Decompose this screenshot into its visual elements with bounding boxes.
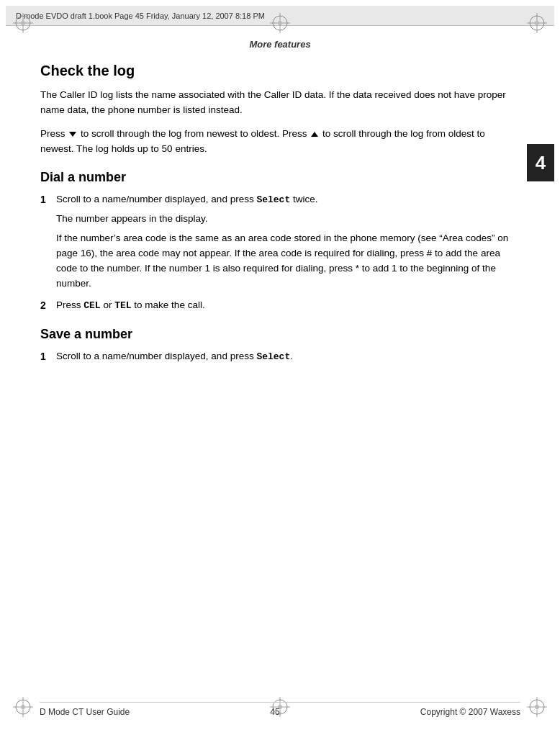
footer: D Mode CT User Guide 45 Copyright © 2007…	[40, 702, 520, 717]
check-log-para2: Press to scroll through the log from new…	[40, 127, 520, 157]
save-number-heading: Save a number	[40, 327, 520, 342]
dial-step-2: 2 Press CEL or TEL to make the call.	[40, 298, 520, 314]
footer-center: 45	[270, 707, 279, 717]
save-step1-text: Scroll to a name/number displayed, and p…	[56, 351, 256, 361]
save-step1-num: 1	[40, 349, 56, 365]
dial-step-1: 1 Scroll to a name/number displayed, and…	[40, 192, 520, 292]
press-label: Press	[40, 128, 66, 139]
dial-step1-text: Scroll to a name/number displayed, and p…	[56, 194, 256, 204]
check-log-heading: Check the log	[40, 63, 520, 79]
save-number-list: 1 Scroll to a name/number displayed, and…	[40, 349, 520, 365]
footer-right: Copyright © 2007 Waxess	[420, 707, 520, 717]
dial-step1-num: 1	[40, 192, 56, 208]
dial-step2-cel: CEL	[83, 300, 100, 311]
section-header: More features	[40, 39, 520, 50]
save-step1-period: .	[290, 351, 293, 361]
check-log-para1: The Caller ID log lists the name associa…	[40, 88, 520, 118]
dial-number-list: 1 Scroll to a name/number displayed, and…	[40, 192, 520, 314]
save-step1-select: Select	[256, 351, 290, 362]
dial-step1-select: Select	[256, 194, 290, 205]
dial-step2-block: Press CEL or TEL to make the call.	[56, 298, 520, 313]
chapter-tab: 4	[527, 144, 554, 181]
dial-step2-suffix: to make the call.	[132, 299, 205, 310]
dial-step1-twice: twice.	[290, 194, 317, 204]
top-bar-text: D mode EVDO draft 1.book Page 45 Friday,…	[16, 12, 265, 20]
dial-step1-block: Scroll to a name/number displayed, and p…	[56, 192, 520, 292]
arrow-down-icon	[69, 132, 76, 137]
check-log-para2-suffix: to scroll through the log from newest to…	[81, 128, 307, 139]
arrow-up-icon	[311, 132, 318, 137]
save-step-1: 1 Scroll to a name/number displayed, and…	[40, 349, 520, 365]
main-content: More features Check the log The Caller I…	[6, 26, 554, 724]
dial-step1-sub2: If the number’s area code is the same as…	[56, 231, 520, 292]
dial-step2-num: 2	[40, 298, 56, 314]
save-step1-block: Scroll to a name/number displayed, and p…	[56, 349, 520, 364]
dial-step2-or: or	[101, 299, 115, 310]
dial-number-heading: Dial a number	[40, 170, 520, 185]
dial-step2-tel: TEL	[114, 300, 131, 311]
dial-step1-sub1: The number appears in the display.	[56, 212, 520, 227]
dial-step2-text: Press	[56, 299, 83, 310]
chapter-number: 4	[536, 152, 546, 174]
footer-left: D Mode CT User Guide	[40, 707, 130, 717]
